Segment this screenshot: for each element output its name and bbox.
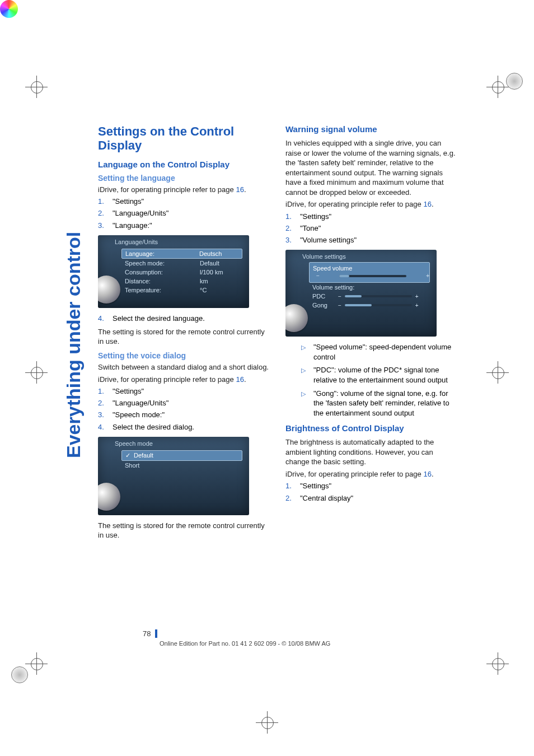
heading-brightness: Brightness of Control Display — [285, 423, 456, 433]
heading-setting-language: Setting the language — [98, 174, 269, 183]
menu-label: Gong — [312, 302, 335, 309]
page: Everything under control Settings on the… — [0, 0, 534, 756]
menu-value: °C — [200, 287, 239, 293]
step-item: "Settings" — [285, 212, 456, 222]
idrive-ref-prefix: iDrive, for operating principle refer to… — [285, 470, 423, 478]
steps-voice: "Settings" "Language/Units" "Speech mode… — [98, 386, 269, 432]
page-link-16[interactable]: 16 — [423, 200, 431, 208]
menu-key: Language: — [125, 250, 199, 257]
menu-section-label: Volume setting: — [309, 283, 430, 292]
check-icon: ✓ — [125, 452, 130, 459]
menu-key: Short — [125, 462, 239, 469]
step-item: "Tone" — [285, 223, 456, 234]
menu-row-speed-volume: Speed volume − + — [309, 262, 430, 283]
minus-icon: − — [338, 293, 341, 300]
idrive-ref-prefix: iDrive, for operating principle refer to… — [98, 375, 236, 384]
minus-icon: − — [338, 302, 341, 309]
bullet-list-volume: "Speed volume": speed-dependent volume c… — [285, 342, 456, 418]
idrive-knob-icon — [98, 483, 120, 511]
section-settings: Settings on the Control Display Language… — [98, 124, 269, 347]
slider — [339, 275, 406, 277]
page-link-16[interactable]: 16 — [423, 470, 431, 478]
menu-key: Speech mode: — [125, 260, 200, 267]
steps-language-cont: Select the desired language. — [98, 314, 269, 324]
menu-row: Speech mode:Default — [121, 259, 242, 268]
menu-key: Default — [134, 452, 238, 459]
crop-mark — [256, 711, 278, 734]
idrive-menu: Language:Deutsch Speech mode:Default Con… — [121, 249, 242, 295]
idrive-knob-icon — [98, 276, 120, 304]
crop-mark — [486, 652, 509, 675]
section-voice-dialog: Setting the voice dialog Switch between … — [98, 351, 269, 540]
note-stored: The setting is stored for the remote con… — [98, 521, 269, 540]
menu-row: ✓Default — [121, 450, 242, 461]
heading-settings: Settings on the Control Display — [98, 124, 269, 153]
side-tab-text: Everything under control — [63, 122, 85, 458]
crop-mark — [25, 652, 48, 675]
idrive-title: Language/Units — [115, 239, 158, 245]
footer-copyright: Online Edition for Part no. 01 41 2 602 … — [160, 640, 330, 647]
step-item: Select the desired language. — [98, 314, 269, 324]
heading-voice-dialog: Setting the voice dialog — [98, 351, 269, 360]
idrive-ref-prefix: iDrive, for operating principle refer to… — [285, 200, 423, 208]
menu-key: Distance: — [125, 278, 200, 284]
idrive-menu: ✓Default Short — [121, 450, 242, 470]
menu-key: Volume setting: — [312, 284, 427, 291]
bullet-item: "PDC": volume of the PDC* signal tone re… — [285, 365, 456, 385]
page-link-16[interactable]: 16 — [236, 375, 243, 384]
color-registration-mark — [0, 0, 18, 18]
menu-value: km — [200, 278, 239, 284]
step-item: "Settings" — [98, 386, 269, 396]
idrive-ref-prefix: iDrive, for operating principle refer to… — [98, 185, 236, 194]
slider — [345, 295, 412, 297]
content: Settings on the Control Display Language… — [98, 124, 456, 540]
steps-language: "Settings" "Language/Units" "Language:" — [98, 197, 269, 231]
bullet-item: "Gong": volume of the signal tone, e.g. … — [285, 389, 456, 418]
bullet-item: "Speed volume": speed-dependent volume c… — [285, 342, 456, 362]
idrive-ref-text: iDrive, for operating principle refer to… — [98, 185, 269, 195]
idrive-screenshot-volume: Volume settings Speed volume − + Volume … — [285, 250, 437, 337]
steps-warning: "Settings" "Tone" "Volume settings" — [285, 212, 456, 246]
registration-mark — [11, 666, 28, 683]
page-number: 78 — [98, 629, 157, 638]
step-item: "Central display" — [285, 493, 456, 503]
section-brightness: Brightness of Control Display The bright… — [285, 423, 456, 503]
menu-label: PDC — [312, 293, 335, 300]
crop-mark — [25, 76, 48, 98]
registration-mark — [506, 73, 523, 90]
step-item: "Volume settings" — [285, 235, 456, 245]
steps-brightness: "Settings" "Central display" — [285, 481, 456, 503]
menu-value: Deutsch — [199, 250, 238, 257]
side-tab: Everything under control — [63, 122, 83, 458]
step-item: "Language/Units" — [98, 208, 269, 218]
idrive-ref-text: iDrive, for operating principle refer to… — [98, 375, 269, 385]
section-warning-volume: Warning signal volume In vehicles equipp… — [285, 124, 456, 418]
idrive-screenshot-language: Language/Units Language:Deutsch Speech m… — [98, 235, 249, 308]
step-item: "Settings" — [285, 481, 456, 491]
idrive-title: Speech mode — [115, 440, 153, 447]
warning-body: In vehicles equipped with a single drive… — [285, 138, 456, 197]
idrive-title: Volume settings — [302, 253, 346, 260]
voice-intro: Switch between a standard dialog and a s… — [98, 362, 269, 372]
heading-warning-volume: Warning signal volume — [285, 124, 456, 134]
menu-value: Default — [200, 260, 239, 267]
note-stored: The setting is stored for the remote con… — [98, 327, 269, 347]
menu-row: Temperature:°C — [121, 286, 242, 295]
crop-mark — [25, 361, 48, 384]
menu-row-pdc: PDC − + — [309, 292, 430, 301]
step-item: "Language/Units" — [98, 398, 269, 408]
step-item: "Language:" — [98, 221, 269, 231]
crop-mark — [486, 76, 509, 98]
crop-mark — [486, 361, 509, 384]
menu-key: Consumption: — [125, 269, 200, 276]
plus-icon: + — [415, 302, 419, 309]
menu-label: Speed volume — [313, 265, 352, 272]
page-link-16[interactable]: 16 — [236, 185, 243, 194]
step-item: "Speech mode:" — [98, 410, 269, 420]
menu-key: Temperature: — [125, 287, 200, 293]
plus-icon: + — [426, 273, 429, 279]
menu-row: Short — [121, 461, 242, 470]
idrive-ref-text: iDrive, for operating principle refer to… — [285, 469, 456, 479]
idrive-knob-icon — [285, 304, 308, 332]
minus-icon: − — [316, 273, 320, 279]
